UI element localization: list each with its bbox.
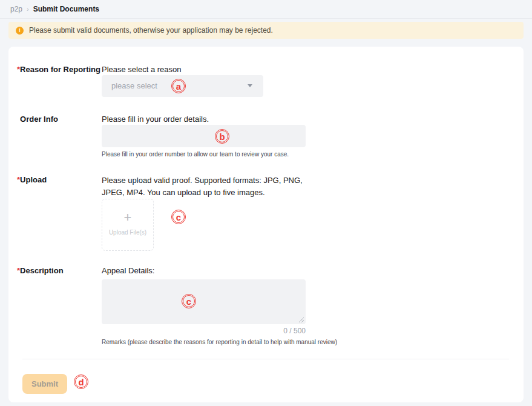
breadcrumb-separator-icon: › (27, 5, 29, 13)
warning-banner: ! Please submit valid documents, otherwi… (8, 22, 524, 39)
footer-divider (22, 359, 509, 359)
chevron-down-icon (248, 84, 252, 87)
form-row-upload: *Upload Please upload valid proof. Suppo… (17, 175, 509, 251)
breadcrumb: p2p › Submit Documents (0, 0, 532, 19)
reason-hint: Please select a reason (102, 64, 263, 75)
breadcrumb-parent-link[interactable]: p2p (10, 5, 22, 13)
upload-files-button[interactable]: + Upload File(s) (102, 199, 154, 251)
warning-icon: ! (16, 27, 24, 35)
form-row-description: *Description Appeal Details: 0 / 500 Rem… (17, 265, 509, 346)
description-label: *Description (17, 265, 102, 346)
form-row-reason: *Reason for Reporting Please select a re… (17, 64, 509, 97)
submit-documents-form-card: *Reason for Reporting Please select a re… (8, 47, 524, 402)
description-textarea[interactable] (102, 279, 306, 324)
resize-handle-icon[interactable] (298, 317, 304, 322)
submit-button[interactable]: Submit (22, 374, 67, 394)
description-helper-text: Remarks (please describe the reasons for… (102, 339, 337, 346)
form-row-order: *Order Info Please fill in your order de… (17, 114, 509, 158)
upload-hint: Please upload valid proof. Supported for… (102, 175, 315, 199)
order-hint: Please fill in your order details. (102, 114, 306, 125)
reason-select[interactable]: please select (102, 75, 263, 97)
description-hint: Appeal Details: (102, 265, 337, 276)
reason-label: *Reason for Reporting (17, 64, 102, 97)
order-label: *Order Info (17, 114, 102, 158)
upload-button-label: Upload File(s) (109, 227, 146, 238)
breadcrumb-current: Submit Documents (33, 5, 99, 13)
upload-label: *Upload (17, 175, 102, 251)
order-number-input[interactable] (102, 125, 306, 147)
plus-icon: + (124, 211, 132, 224)
reason-select-placeholder: please select (111, 81, 157, 92)
order-helper-text: Please fill in your order number to allo… (102, 151, 306, 158)
char-counter: 0 / 500 (102, 327, 306, 335)
warning-banner-text: Please submit valid documents, otherwise… (29, 26, 273, 35)
